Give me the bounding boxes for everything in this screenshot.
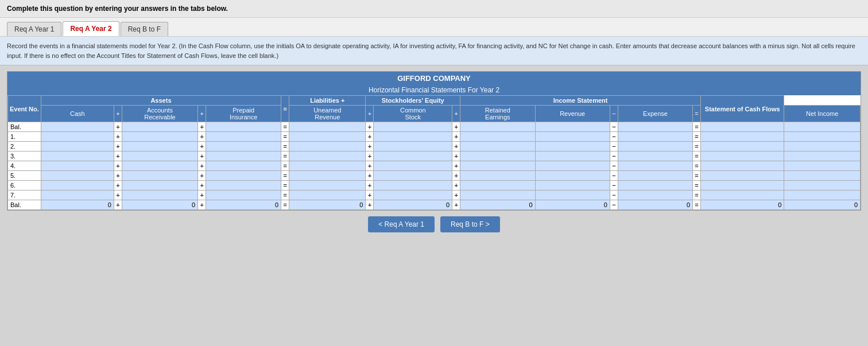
- cash-input-1[interactable]: [41, 132, 114, 142]
- assets-header: Assets: [41, 96, 281, 106]
- event-label-2: 2.: [8, 142, 41, 151]
- retained-input-1[interactable]: [460, 132, 535, 142]
- common-total[interactable]: [374, 200, 452, 210]
- expense-input-bal1[interactable]: [618, 122, 692, 132]
- cash-total[interactable]: [41, 200, 114, 210]
- cf-field-bal1[interactable]: [785, 123, 859, 130]
- prepaid-input-bal1[interactable]: [206, 122, 281, 132]
- table-row: 5. + + = + + − =: [8, 171, 861, 181]
- revenue-col-header: Revenue: [535, 106, 610, 122]
- common-input-1[interactable]: [374, 132, 452, 142]
- description-text: Record the events in a financial stateme…: [7, 42, 855, 59]
- prepaid-field-bal1[interactable]: [207, 123, 280, 130]
- cash-input-bal1[interactable]: [41, 122, 114, 132]
- revenue-input-bal1[interactable]: [535, 122, 610, 132]
- event-label-bal1: Bal.: [8, 122, 41, 132]
- cash-flows-header: Statement of Cash Flows: [701, 96, 784, 122]
- expense-col-header: Expense: [618, 106, 692, 122]
- event-label-total: Bal.: [8, 200, 41, 210]
- expense-field-bal1[interactable]: [619, 123, 691, 130]
- prepaid-col-header: PrepaidInsurance: [206, 106, 281, 122]
- expense-input-1[interactable]: [618, 132, 692, 142]
- tabs-container: Req A Year 1 Req A Year 2 Req B to F: [0, 18, 868, 37]
- plus-op-4: +: [452, 122, 460, 132]
- ar-input-bal1[interactable]: [122, 122, 197, 132]
- common-field-bal1[interactable]: [375, 123, 451, 130]
- net-income-col-header: Net Income: [784, 106, 861, 122]
- company-subtitle: Horizontal Financial Statements For Year…: [7, 85, 861, 95]
- event-label-4: 4.: [8, 161, 41, 171]
- common-col-header: CommonStock: [374, 106, 452, 122]
- description-area: Record the events in a financial stateme…: [0, 37, 868, 65]
- financial-table-container: GIFFORD COMPANY Horizontal Financial Sta…: [7, 71, 861, 211]
- event-no-header: Event No.: [8, 96, 41, 122]
- ni-total[interactable]: [701, 200, 784, 210]
- event-label-3: 3.: [8, 151, 41, 161]
- equals-1: =: [281, 96, 289, 122]
- tab-req-b-to-f[interactable]: Req B to F: [121, 22, 168, 36]
- nav-buttons: < Req A Year 1 Req B to F >: [7, 216, 861, 232]
- plus-3: +: [366, 106, 374, 122]
- equals-op-1: =: [281, 122, 289, 132]
- table-row: 2. + + = + + − =: [8, 142, 861, 151]
- company-name: GIFFORD COMPANY: [7, 72, 861, 85]
- revenue-field-bal1[interactable]: [537, 123, 609, 130]
- table-row: Bal. + + = + + − =: [8, 122, 861, 132]
- liabilities-header: Liabilities +: [289, 96, 366, 106]
- plus-4: +: [452, 106, 460, 122]
- retained-total[interactable]: [460, 200, 535, 210]
- tab-req-a-year-2[interactable]: Req A Year 2: [63, 21, 119, 36]
- table-row-total: Bal. + + = + + − =: [8, 200, 861, 210]
- event-label-1: 1.: [8, 132, 41, 142]
- financial-table: Event No. Assets = Liabilities + Stockho…: [7, 95, 861, 210]
- event-label-6: 6.: [8, 181, 41, 191]
- minus-op-1: −: [610, 122, 618, 132]
- plus-op-3: +: [366, 122, 374, 132]
- table-row: 6. + + = + + − =: [8, 181, 861, 191]
- ni-input-1[interactable]: [701, 132, 784, 142]
- table-row: 4. + + = + + − =: [8, 161, 861, 171]
- ni-field-bal1[interactable]: [702, 123, 782, 130]
- prepaid-total[interactable]: [206, 200, 281, 210]
- cash-field-bal1[interactable]: [42, 123, 113, 130]
- plus-op-1: +: [114, 122, 122, 132]
- ni-input-bal1[interactable]: [701, 122, 784, 132]
- unearned-field-bal1[interactable]: [290, 123, 364, 130]
- cf-input-1[interactable]: [784, 132, 861, 142]
- equals-2: =: [693, 106, 701, 122]
- next-button[interactable]: Req B to F >: [440, 216, 500, 232]
- unearned-total[interactable]: [289, 200, 366, 210]
- income-statement-header: Income Statement: [460, 96, 701, 106]
- prev-button[interactable]: < Req A Year 1: [368, 216, 435, 232]
- tab-req-a-year-1[interactable]: Req A Year 1: [7, 22, 61, 36]
- section-header-row: Event No. Assets = Liabilities + Stockho…: [8, 96, 861, 106]
- table-row: 3. + + = + + − =: [8, 151, 861, 161]
- plus-op-2: +: [198, 122, 206, 132]
- cf-input-bal1[interactable]: [784, 122, 861, 132]
- cf-total[interactable]: [784, 200, 861, 210]
- expense-total[interactable]: [618, 200, 692, 210]
- table-row: 1. + + = + + − =: [8, 132, 861, 142]
- ar-col-header: AccountsReceivable: [122, 106, 197, 122]
- retained-input-bal1[interactable]: [460, 122, 535, 132]
- prepaid-input-1[interactable]: [206, 132, 281, 142]
- cash-col-header: Cash: [41, 106, 114, 122]
- instruction-text: Complete this question by entering your …: [7, 5, 228, 13]
- unearned-input-bal1[interactable]: [289, 122, 366, 132]
- equals-op-2: =: [693, 122, 701, 132]
- common-input-bal1[interactable]: [374, 122, 452, 132]
- se-header: Stockholders' Equity: [366, 96, 460, 106]
- retained-col-header: RetainedEarnings: [460, 106, 535, 122]
- main-content: GIFFORD COMPANY Horizontal Financial Sta…: [0, 65, 868, 238]
- plus-1: +: [114, 106, 122, 122]
- revenue-total[interactable]: [535, 200, 610, 210]
- revenue-input-1[interactable]: [535, 132, 610, 142]
- ar-input-1[interactable]: [122, 132, 197, 142]
- minus-1: −: [610, 106, 618, 122]
- table-row: 7. + + = + + − =: [8, 191, 861, 200]
- ar-field-bal1[interactable]: [123, 123, 196, 130]
- unearned-input-1[interactable]: [289, 132, 366, 142]
- ar-total[interactable]: [122, 200, 197, 210]
- unearned-col-header: UnearnedRevenue: [289, 106, 366, 122]
- retained-field-bal1[interactable]: [462, 123, 533, 130]
